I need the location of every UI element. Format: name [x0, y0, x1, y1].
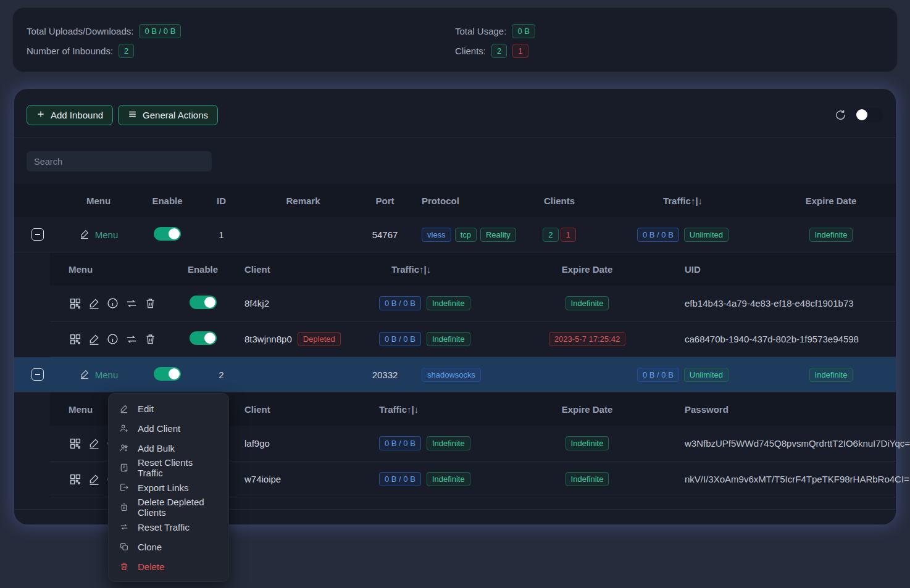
sub-header-traffic[interactable]: Traffic↑|↓	[371, 264, 519, 275]
qrcode-icon[interactable]	[69, 297, 82, 310]
reset-traffic-icon	[119, 522, 129, 532]
port-cell: 20332	[362, 370, 408, 380]
clients-depleted-badge: 1	[561, 228, 576, 242]
header-remark[interactable]: Remark	[244, 196, 362, 206]
depleted-badge: Depleted	[298, 332, 341, 346]
clients-active-badge: 2	[543, 228, 558, 242]
delete-depleted-clients-icon	[119, 502, 129, 512]
refresh-icon[interactable]	[835, 109, 846, 121]
client-enable-toggle[interactable]	[190, 296, 217, 309]
delete-client-icon[interactable]	[144, 297, 157, 310]
sub-header-client[interactable]: Client	[232, 404, 371, 415]
expire-tag: Indefinite	[809, 368, 853, 382]
client-traffic-cell: 0 B / 0 B Indefinite	[371, 296, 519, 310]
client-enable-toggle[interactable]	[190, 331, 217, 345]
traffic-limit-tag: Unlimited	[684, 368, 728, 382]
general-actions-label: General Actions	[143, 110, 208, 120]
client-name: w74ioipe	[232, 474, 371, 484]
sub-header-enable: Enable	[173, 264, 232, 275]
traffic-cell: 0 B / 0 B Unlimited	[599, 228, 766, 242]
info-icon[interactable]	[106, 333, 119, 346]
inbound-menu-label: Menu	[95, 230, 119, 240]
toggle-knob	[204, 333, 215, 344]
header-expire-date[interactable]: Expire Date	[766, 196, 896, 206]
info-icon[interactable]	[106, 297, 119, 310]
sub-header-client[interactable]: Client	[232, 264, 371, 275]
traffic-usage-tag: 0 B / 0 B	[637, 228, 679, 242]
menu-item-label: Add Client	[138, 423, 180, 434]
edit-pencil-icon	[79, 228, 90, 241]
search-input[interactable]	[27, 151, 212, 172]
header-traffic[interactable]: Traffic↑|↓	[599, 196, 766, 206]
sub-header-expire[interactable]: Expire Date	[519, 264, 655, 275]
client-traffic-tag: 0 B / 0 B	[379, 472, 421, 486]
menu-item-delete-depleted-clients[interactable]: Delete Depleted Clients	[109, 497, 228, 517]
delete-client-icon[interactable]	[144, 333, 157, 346]
edit-client-icon[interactable]	[88, 473, 101, 486]
clients-depleted-badge: 1	[512, 44, 528, 58]
header-enable[interactable]: Enable	[136, 196, 198, 206]
client-enable-cell	[173, 296, 232, 311]
edit-client-icon[interactable]	[88, 333, 101, 346]
inbound-row-1: Menu 1 54767 vless tcp Reality 2 1 0 B /…	[14, 217, 896, 252]
sub-header-expire[interactable]: Expire Date	[519, 404, 655, 415]
reset-traffic-icon[interactable]	[125, 333, 138, 346]
sub-header-traffic[interactable]: Traffic↑|↓	[371, 404, 519, 415]
menu-item-delete[interactable]: Delete	[109, 557, 228, 576]
menu-item-clone[interactable]: Clone	[109, 537, 228, 557]
add-client-icon	[119, 423, 129, 433]
client-expire-cell: 2023-5-7 17:25:42	[519, 332, 655, 346]
client-uid: ca68470b-1940-437d-802b-1f9573e94598	[655, 334, 896, 344]
header-id[interactable]: ID	[198, 196, 244, 206]
header-port[interactable]: Port	[362, 196, 408, 206]
menu-item-reset-traffic[interactable]: Reset Traffic	[109, 517, 228, 537]
header-protocol[interactable]: Protocol	[408, 196, 519, 206]
client-expire-tag: Indefinite	[566, 472, 609, 486]
menu-item-export-links[interactable]: Export Links	[109, 478, 228, 497]
header-clients[interactable]: Clients	[519, 196, 599, 206]
menu-item-edit[interactable]: Edit	[109, 399, 228, 418]
menu-item-label: Reset Traffic	[138, 522, 190, 532]
inbound-enable-toggle[interactable]	[154, 367, 181, 381]
reset-traffic-icon[interactable]	[125, 297, 138, 310]
inbounds-table-header: Menu Enable ID Remark Port Protocol Clie…	[14, 184, 896, 217]
add-inbound-button[interactable]: Add Inbound	[27, 105, 113, 125]
toggle-knob	[856, 109, 867, 120]
auto-refresh-toggle[interactable]	[855, 108, 883, 122]
collapse-row-button[interactable]	[31, 228, 44, 241]
qrcode-icon[interactable]	[69, 473, 82, 486]
header-menu[interactable]: Menu	[61, 196, 136, 206]
inbound-menu-button[interactable]: Menu	[79, 368, 119, 381]
protocol-tag-vless: vless	[422, 228, 451, 242]
general-actions-button[interactable]: General Actions	[118, 105, 218, 125]
toggle-knob	[169, 228, 180, 239]
edit-icon	[119, 404, 129, 413]
inbound-enable-toggle[interactable]	[154, 227, 181, 241]
sub-header-password: Password	[655, 404, 896, 415]
client-expire-cell: Indefinite	[519, 436, 655, 450]
id-cell: 2	[198, 370, 244, 380]
sub-header-uid: UID	[655, 264, 896, 275]
edit-client-icon[interactable]	[88, 297, 101, 310]
inbound-menu-button[interactable]: Menu	[79, 228, 119, 241]
sub-header-menu: Menu	[50, 264, 173, 275]
expire-cell: Indefinite	[766, 368, 896, 382]
clients-count-label: Clients:	[455, 46, 486, 56]
delete-icon	[119, 561, 129, 571]
client-traffic-limit-tag: Indefinite	[427, 472, 470, 486]
toggle-knob	[169, 368, 180, 379]
collapse-row-button[interactable]	[31, 368, 44, 381]
total-usage-label: Total Usage:	[455, 26, 506, 36]
edit-client-icon[interactable]	[88, 437, 101, 450]
client-expire-tag: Indefinite	[566, 296, 609, 310]
enable-cell	[136, 227, 198, 242]
menu-item-add-client[interactable]: Add Client	[109, 418, 228, 438]
protocol-tag-tcp: tcp	[455, 228, 477, 242]
menu-item-reset-clients-traffic[interactable]: Reset Clients Traffic	[109, 458, 228, 478]
menu-item-add-bulk[interactable]: Add Bulk	[109, 438, 228, 458]
inbound-row-2: Menu 2 20332 shadowsocks 0 B / 0 B Unlim…	[14, 357, 896, 392]
minus-icon	[35, 374, 40, 375]
qrcode-icon[interactable]	[69, 437, 82, 450]
qrcode-icon[interactable]	[69, 333, 82, 346]
menu-item-label: Add Bulk	[138, 443, 175, 453]
